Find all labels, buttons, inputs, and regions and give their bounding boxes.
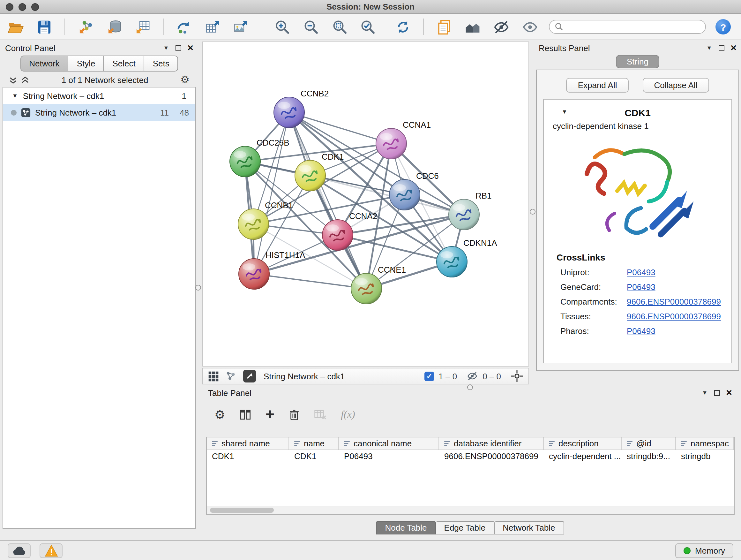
tab-style[interactable]: Style	[69, 56, 105, 71]
graphics-details-button[interactable]	[463, 17, 482, 37]
expand-all-button[interactable]: Expand All	[566, 78, 629, 92]
memory-button[interactable]: Memory	[675, 543, 733, 558]
window-title: Session: New Session	[327, 2, 414, 11]
help-button[interactable]: ?	[716, 19, 731, 35]
close-window-button[interactable]	[6, 3, 13, 11]
zoom-in-button[interactable]	[273, 17, 292, 37]
network-canvas[interactable]: CCNB2CCNA1CDC25BCDK1CDC6RB1CCNB1CCNA2CDK…	[202, 42, 529, 367]
expand-all-icon[interactable]	[21, 76, 29, 84]
collapse-all-button[interactable]: Collapse All	[643, 78, 709, 92]
zoom-fit-icon	[331, 18, 348, 36]
reload-network-button[interactable]	[175, 17, 193, 37]
cell-canonical-name[interactable]: P06493	[339, 450, 439, 463]
tab-select[interactable]: Select	[104, 56, 144, 71]
show-all-button[interactable]	[521, 17, 539, 37]
network-edge-CCNB2-CCNA1	[289, 112, 391, 144]
cell-shared-name[interactable]: CDK1	[207, 450, 289, 463]
network-graph[interactable]: CCNB2CCNA1CDC25BCDK1CDC6RB1CCNB1CCNA2CDK…	[203, 42, 529, 366]
node-gloss	[393, 184, 406, 191]
export-image-button[interactable]	[232, 17, 251, 37]
export-table-icon	[204, 18, 221, 36]
column-header-name[interactable]: name	[289, 437, 339, 449]
grid-mode-icon[interactable]	[208, 371, 219, 381]
export-table-button[interactable]	[203, 17, 222, 37]
node-gloss	[441, 251, 453, 258]
right-splitter-handle[interactable]	[530, 209, 536, 214]
tab-sets[interactable]: Sets	[145, 56, 179, 71]
search-box	[549, 20, 706, 34]
zoom-window-button[interactable]	[31, 3, 39, 11]
column-header-shared-name[interactable]: shared name	[207, 437, 289, 449]
open-session-button[interactable]	[6, 17, 25, 37]
crosslink-link[interactable]: 9606.ENSP00000378699	[627, 297, 721, 307]
panel-float-icon[interactable]	[714, 390, 720, 395]
birdseye-view-icon[interactable]	[225, 370, 237, 382]
add-column-icon[interactable]: +	[266, 407, 274, 422]
crosslink-link[interactable]: P06493	[627, 267, 656, 277]
crosslink-link[interactable]: P06493	[627, 326, 656, 336]
left-splitter-handle[interactable]	[195, 285, 201, 291]
table-options-gear-icon[interactable]: ⚙	[214, 408, 225, 421]
hidden-items-icon[interactable]	[467, 370, 478, 382]
save-session-button[interactable]	[35, 17, 54, 37]
cloud-button[interactable]	[8, 543, 30, 558]
panel-close-icon[interactable]: ×	[731, 43, 737, 53]
network-options-gear-icon[interactable]: ⚙	[180, 75, 190, 85]
network-row-selected[interactable]: String Network – cdk1 11 48	[3, 104, 195, 121]
section-collapse-icon[interactable]: ▼	[562, 109, 567, 115]
crosslink-link[interactable]: P06493	[627, 282, 656, 292]
hide-selection-button[interactable]	[492, 17, 511, 37]
zoom-fit-button[interactable]	[330, 17, 349, 37]
cell-database-identifier[interactable]: 9606.ENSP00000378699	[439, 450, 544, 463]
panel-close-icon[interactable]: ×	[726, 388, 732, 398]
column-header-id[interactable]: @id	[622, 437, 676, 449]
crosslink-row-uniprot: Uniprot: P06493	[544, 265, 731, 280]
minimize-window-button[interactable]	[18, 3, 26, 11]
crosslink-link[interactable]: 9606.ENSP00000378699	[627, 312, 721, 321]
table-row[interactable]: CDK1 CDK1 P06493 9606.ENSP00000378699 cy…	[207, 450, 734, 463]
selected-nodes-icon[interactable]: ✓	[424, 371, 434, 381]
panel-float-icon[interactable]	[175, 45, 181, 51]
table-toolbar: ⚙ + f(x)	[199, 403, 741, 425]
cell-name[interactable]: CDK1	[289, 450, 339, 463]
pan-crosshair-icon[interactable]	[511, 370, 523, 382]
warnings-button[interactable]	[40, 543, 63, 558]
expander-icon[interactable]: ▼	[12, 93, 18, 99]
annotation-mode-button[interactable]	[243, 370, 256, 382]
scrollbar-thumb[interactable]	[210, 508, 274, 513]
panel-float-icon[interactable]	[718, 45, 724, 51]
node-gloss	[278, 102, 290, 109]
panel-collapse-icon[interactable]: ▼	[706, 45, 712, 51]
panel-collapse-icon[interactable]: ▼	[163, 45, 169, 51]
function-builder-icon[interactable]: f(x)	[341, 409, 355, 420]
network-table-tab[interactable]: Network Table	[494, 521, 564, 535]
import-network-from-file-button[interactable]	[76, 17, 95, 37]
zoom-selected-button[interactable]	[359, 17, 378, 37]
collapse-all-icon[interactable]	[9, 76, 17, 84]
node-table-tab[interactable]: Node Table	[376, 521, 435, 535]
show-columns-icon[interactable]	[239, 408, 252, 421]
cell-description[interactable]: cyclin-dependent ...	[544, 450, 622, 463]
network-collection-row[interactable]: ▼ String Network – cdk1 1	[3, 87, 195, 104]
tab-network[interactable]: Network	[20, 56, 68, 71]
string-results-tab[interactable]: String	[616, 55, 659, 68]
cell-namespace[interactable]: stringdb	[676, 450, 734, 463]
delete-column-icon[interactable]	[288, 408, 300, 421]
column-header-database-identifier[interactable]: database identifier	[439, 437, 544, 449]
cell-id[interactable]: stringdb:9...	[622, 450, 676, 463]
node-label-CDKN1A: CDKN1A	[463, 238, 497, 248]
import-network-from-database-button[interactable]	[105, 17, 124, 37]
panel-close-icon[interactable]: ×	[187, 43, 193, 53]
edge-table-tab[interactable]: Edge Table	[436, 521, 495, 535]
import-table-from-file-button[interactable]	[133, 17, 152, 37]
search-input[interactable]	[567, 22, 700, 32]
zoom-selected-icon	[359, 18, 377, 36]
apply-layout-button[interactable]	[394, 17, 412, 37]
zoom-out-button[interactable]	[301, 17, 320, 37]
column-header-description[interactable]: description	[544, 437, 622, 449]
panel-collapse-icon[interactable]: ▼	[702, 390, 708, 395]
copy-view-button[interactable]	[435, 17, 454, 37]
column-header-canonical-name[interactable]: canonical name	[339, 437, 439, 449]
horizontal-scrollbar[interactable]	[207, 506, 734, 514]
column-header-namespace[interactable]: namespac	[676, 437, 734, 449]
